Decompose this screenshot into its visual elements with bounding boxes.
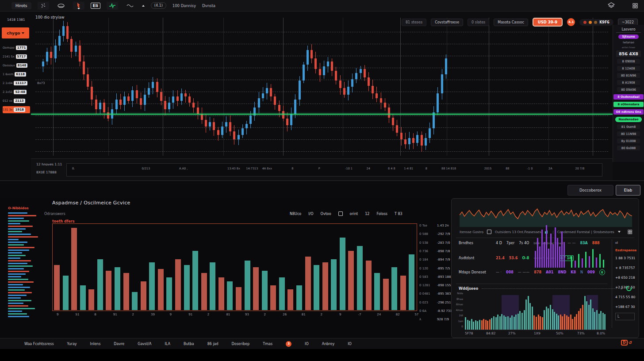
cursor-flame-icon[interactable] bbox=[73, 2, 84, 10]
ladder-price-row[interactable]: 80 11N98 bbox=[617, 131, 640, 136]
oscillator-bar-chart[interactable] bbox=[52, 223, 417, 311]
ladder-pill[interactable]: Sjtsune bbox=[618, 35, 639, 39]
osc-toolbar-item[interactable]: orint bbox=[350, 212, 358, 216]
layers-icon[interactable] bbox=[608, 2, 615, 10]
watchlist-active-item[interactable]: chygo bbox=[2, 27, 29, 38]
volume-bar-chart[interactable] bbox=[465, 292, 606, 330]
time-tick-label: 2015 bbox=[484, 167, 492, 170]
pulse-icon[interactable] bbox=[107, 2, 118, 10]
log-line bbox=[8, 271, 29, 272]
chart-chip[interactable]: Masota Cassoc bbox=[494, 19, 528, 26]
v-gridline bbox=[108, 18, 109, 156]
refresh-circle-icon[interactable] bbox=[626, 285, 632, 292]
wave-icon[interactable] bbox=[124, 2, 136, 10]
status-item[interactable]: IO bbox=[348, 342, 352, 346]
time-scrollbar[interactable]: 8.0/213A.A0 ,13:43 8x14:73134A 8xx8P-10 … bbox=[66, 163, 602, 177]
candle-body bbox=[314, 58, 317, 69]
status-item[interactable]: ILA bbox=[165, 342, 170, 346]
osc-toolbar-item[interactable]: I/O bbox=[308, 212, 313, 216]
volume-bar bbox=[554, 312, 555, 330]
status-item[interactable]: Butba bbox=[184, 342, 194, 346]
ladder-price-row[interactable]: 80 81N96 bbox=[617, 73, 640, 78]
ladder-price-row[interactable]: 80 09A96 bbox=[617, 87, 640, 92]
chart-chip[interactable]: 0 slates bbox=[468, 19, 489, 26]
osc-x-label: 26 bbox=[283, 313, 287, 316]
ladder-price-row[interactable]: 8y 01008 bbox=[617, 138, 640, 143]
metric-row[interactable]: Mdaps Doneset— ·008— ——878A018NDK8N0098 bbox=[459, 269, 609, 275]
osc-toolbar-item[interactable]: 12 bbox=[365, 212, 369, 216]
watchlist-row-label: 012 xx bbox=[3, 99, 12, 103]
watchlist-row[interactable]: Osesoux8148 bbox=[3, 62, 30, 69]
chart-chip[interactable]: Covstaffroese bbox=[431, 19, 463, 26]
watchlist-row[interactable]: 012 xx2113 bbox=[3, 97, 30, 104]
status-item[interactable]: Gavst/A bbox=[138, 342, 151, 346]
usd-chip-button[interactable]: USD 39-9 bbox=[533, 18, 563, 27]
candlestick-chart[interactable] bbox=[31, 12, 613, 158]
metric-token: 008 bbox=[506, 270, 514, 274]
watchlist-row[interactable]: 131 3x1918 bbox=[3, 106, 30, 113]
log-line bbox=[8, 260, 31, 261]
candle-body bbox=[343, 88, 345, 94]
accounts-pill-button[interactable]: K9F6 bbox=[579, 19, 613, 26]
volume-bar bbox=[473, 322, 474, 330]
detail-panel: Itensse Gostro Outsiders 13 Ont.Feasesse… bbox=[451, 198, 639, 338]
record-corner-icon[interactable]: D↺ bbox=[621, 340, 632, 346]
dashboard-button[interactable]: Doccoberox bbox=[567, 185, 613, 196]
volume-bar bbox=[562, 316, 563, 330]
watchlist-row[interactable]: 2141 Sx5717 bbox=[3, 53, 30, 60]
ladder-price-row[interactable]: 8 09008 bbox=[617, 59, 640, 64]
volume-bar bbox=[600, 311, 602, 330]
side-input-box[interactable]: L bbox=[615, 313, 635, 320]
status-item[interactable]: Yuray bbox=[67, 342, 77, 346]
ladder-price-row[interactable]: 80 6s088 bbox=[617, 146, 640, 150]
brand-button[interactable]: Hirots bbox=[12, 2, 31, 9]
ladder-highlight-row[interactable]: 8 Osdensdaal bbox=[613, 94, 644, 100]
status-item[interactable]: Doseribep bbox=[232, 342, 250, 346]
watchlist-row[interactable]: 1 6xem6118 bbox=[3, 71, 30, 78]
watchlist-row[interactable]: 2.1x5152-48 bbox=[3, 88, 30, 96]
chevron-up-icon[interactable] bbox=[142, 5, 145, 7]
ladder-highlight-row[interactable]: Nasdensdao bbox=[615, 117, 642, 122]
price-alert-line[interactable] bbox=[31, 114, 613, 115]
ladder-highlight-row[interactable]: 8 sOtensdara bbox=[613, 102, 644, 107]
eli-logo[interactable]: Eli bbox=[91, 3, 100, 9]
oscillator-bar bbox=[218, 277, 224, 310]
status-item[interactable]: IO bbox=[305, 342, 309, 346]
osc-toolbar-item[interactable]: Ovtoo bbox=[321, 212, 331, 216]
osc-toolbar-item[interactable]: Foloss bbox=[376, 212, 387, 216]
ladder-highlight-row[interactable]: O8 ndtrens Ons bbox=[613, 109, 644, 115]
status-item[interactable]: 86 jad bbox=[207, 342, 218, 346]
osc-toolbar-item[interactable]: T 83 bbox=[395, 212, 402, 216]
mini-bar bbox=[539, 246, 540, 268]
square-icon[interactable] bbox=[338, 211, 343, 216]
caption-filter[interactable]: Outsiders 13 Ont.Feasesses bbox=[495, 230, 541, 234]
log-line bbox=[8, 226, 33, 227]
grid-view-icon[interactable] bbox=[628, 228, 632, 236]
ladder-price-row[interactable]: 8 12A08 bbox=[617, 66, 640, 71]
ladder-price-row[interactable]: 8 A1908 bbox=[617, 80, 640, 85]
status-item[interactable]: Anbrey bbox=[322, 342, 334, 346]
grid-icon[interactable] bbox=[632, 2, 638, 10]
edit-button[interactable]: Elab bbox=[616, 185, 640, 196]
chevron-down-icon[interactable] bbox=[618, 231, 621, 233]
volume-bar bbox=[546, 307, 547, 330]
ellipse-icon[interactable] bbox=[55, 2, 67, 10]
status-item[interactable]: Tmas bbox=[263, 342, 272, 346]
status-item[interactable]: Waa Fcohtssress bbox=[24, 342, 54, 346]
candle-body bbox=[355, 73, 357, 79]
watchlist-row[interactable]: 2.1x0411117 bbox=[3, 80, 30, 87]
ladder-price-row[interactable]: 81 0sen8 bbox=[617, 124, 640, 129]
status-item[interactable]: Davre bbox=[114, 342, 124, 346]
osc-toolbar-item[interactable]: N8Uco bbox=[290, 212, 301, 216]
badge-circle-button[interactable]: 4.1 bbox=[567, 18, 575, 26]
volume-bar bbox=[532, 307, 533, 330]
version-pill[interactable]: (4.1) bbox=[151, 2, 166, 9]
caption-source[interactable]: Itensse Gostro bbox=[460, 230, 483, 234]
dots-grid-icon[interactable] bbox=[38, 2, 49, 10]
status-badge[interactable]: 3 bbox=[286, 341, 291, 347]
watchlist-row[interactable]: Oemsoe1771 bbox=[3, 44, 30, 51]
status-item[interactable]: Inlens bbox=[90, 342, 101, 346]
volume-bar bbox=[576, 314, 577, 330]
log-line bbox=[8, 303, 23, 304]
chart-chip[interactable]: 81 steses bbox=[402, 19, 426, 26]
